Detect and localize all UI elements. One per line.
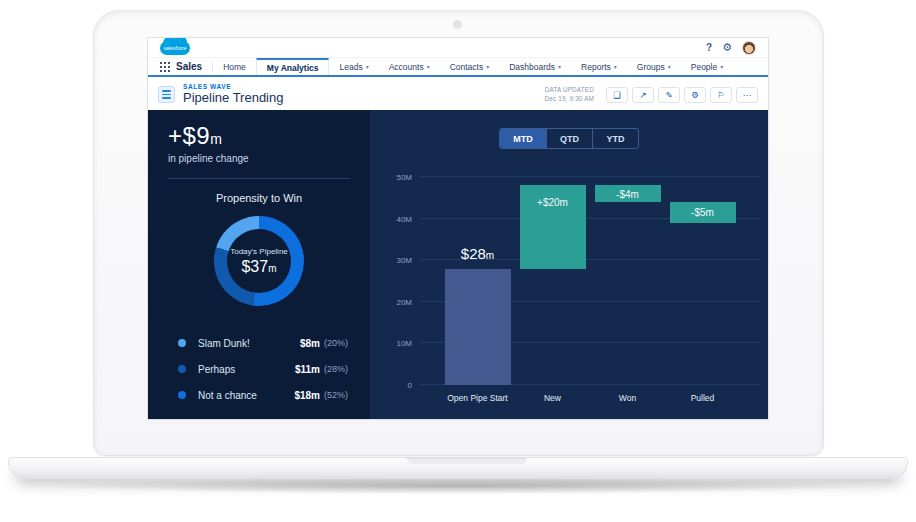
tab-label: Contacts bbox=[450, 62, 484, 72]
tab-reports[interactable]: Reports▾ bbox=[571, 58, 627, 75]
summary-panel: +$9m in pipeline change Propensity to Wi… bbox=[148, 110, 370, 419]
bar-value-label: +$20m bbox=[520, 197, 586, 208]
chart-panel: MTDQTDYTD $28m+$20m-$4m-$5m 010M20M30M40… bbox=[370, 110, 768, 419]
tab-contacts[interactable]: Contacts▾ bbox=[440, 58, 500, 75]
nav-tabs: HomeMy AnalyticsLeads▾Accounts▾Contacts▾… bbox=[213, 58, 733, 75]
chevron-down-icon: ▾ bbox=[366, 63, 369, 70]
legend-item-slam-dunk-[interactable]: Slam Dunk!$8m(20%) bbox=[178, 330, 348, 356]
legend-label: Slam Dunk! bbox=[198, 338, 300, 349]
app-name[interactable]: Sales bbox=[176, 61, 213, 72]
legend-percent: (52%) bbox=[324, 390, 348, 400]
tab-my-analytics[interactable]: My Analytics bbox=[256, 58, 330, 75]
nav-bar: Sales HomeMy AnalyticsLeads▾Accounts▾Con… bbox=[148, 58, 768, 77]
chart-x-axis: Open Pipe StartNewWonPulled bbox=[440, 393, 740, 403]
app-launcher-icon[interactable] bbox=[160, 62, 170, 72]
kpi-value: +$9 bbox=[168, 122, 210, 149]
toggle-ytd[interactable]: YTD bbox=[592, 129, 638, 148]
tab-label: Leads bbox=[339, 62, 362, 72]
bar-value-label: $28m bbox=[445, 245, 511, 262]
legend-percent: (28%) bbox=[324, 364, 348, 374]
edit-button[interactable]: ✎ bbox=[658, 87, 680, 103]
tab-label: Reports bbox=[581, 62, 611, 72]
legend-dot-icon bbox=[178, 339, 186, 347]
divider bbox=[168, 178, 350, 179]
title-block: SALES WAVE Pipeline Trending bbox=[183, 83, 283, 105]
y-tick-label: 50M bbox=[396, 173, 412, 182]
x-tick-new: New bbox=[515, 393, 590, 403]
salesforce-logo-text: salesforce bbox=[160, 45, 190, 51]
chart-bars: $28m+$20m-$4m-$5m bbox=[440, 177, 740, 385]
settings-button[interactable]: ⚙ bbox=[684, 87, 706, 103]
bar-won[interactable]: -$4m bbox=[595, 185, 661, 202]
chevron-down-icon: ▾ bbox=[614, 63, 617, 70]
notify-button[interactable]: ⚐ bbox=[710, 87, 732, 103]
tab-accounts[interactable]: Accounts▾ bbox=[379, 58, 440, 75]
laptop-base-notch bbox=[407, 458, 527, 464]
donut-center: Today's Pipeline $37m bbox=[227, 229, 291, 293]
chevron-down-icon: ▾ bbox=[427, 63, 430, 70]
bar-value-label: -$4m bbox=[595, 188, 661, 199]
legend-label: Perhaps bbox=[198, 364, 295, 375]
tab-people[interactable]: People▾ bbox=[681, 58, 733, 75]
y-tick-label: 0 bbox=[408, 381, 412, 390]
legend-dot-icon bbox=[178, 365, 186, 373]
page-title: Pipeline Trending bbox=[183, 91, 283, 106]
data-updated-time: Dec 19, 9:30 AM bbox=[544, 95, 594, 104]
bar-pulled[interactable]: -$5m bbox=[670, 202, 736, 223]
toggle-mtd[interactable]: MTD bbox=[500, 129, 546, 148]
tab-home[interactable]: Home bbox=[213, 58, 256, 75]
global-header: salesforce ? ⚙ bbox=[148, 38, 768, 58]
propensity-donut-chart[interactable]: Today's Pipeline $37m bbox=[214, 216, 304, 306]
legend-item-not-a-chance[interactable]: Not a chance$18m(52%) bbox=[178, 382, 348, 408]
y-tick-label: 30M bbox=[396, 256, 412, 265]
tab-groups[interactable]: Groups▾ bbox=[627, 58, 681, 75]
legend-dot-icon bbox=[178, 391, 186, 399]
app-window: salesforce ? ⚙ Sales HomeMy AnalyticsLea… bbox=[148, 38, 768, 419]
dashboard-header: SALES WAVE Pipeline Trending DATA UPDATE… bbox=[148, 79, 768, 110]
chevron-down-icon: ▾ bbox=[720, 63, 723, 70]
x-tick-won: Won bbox=[590, 393, 665, 403]
donut-legend: Slam Dunk!$8m(20%)Perhaps$11m(28%)Not a … bbox=[178, 330, 348, 408]
legend-amount: $8m bbox=[300, 338, 320, 349]
donut-chart-title: Propensity to Win bbox=[148, 192, 370, 204]
bar-value-unit: m bbox=[486, 250, 494, 261]
tab-dashboards[interactable]: Dashboards▾ bbox=[499, 58, 571, 75]
tab-label: Home bbox=[223, 62, 246, 72]
legend-label: Not a chance bbox=[198, 390, 294, 401]
laptop-base bbox=[8, 457, 908, 479]
x-tick-open-pipe-start: Open Pipe Start bbox=[440, 393, 515, 403]
tab-label: Accounts bbox=[389, 62, 424, 72]
laptop-shadow bbox=[40, 478, 876, 494]
waterfall-chart: $28m+$20m-$4m-$5m 010M20M30M40M50M bbox=[420, 177, 760, 385]
tab-label: People bbox=[691, 62, 717, 72]
period-toggle: MTDQTDYTD bbox=[499, 128, 639, 149]
legend-amount: $18m bbox=[294, 390, 320, 401]
bar-value-label: -$5m bbox=[670, 207, 736, 218]
data-updated-label: DATA UPDATED bbox=[544, 86, 594, 95]
user-avatar[interactable] bbox=[742, 41, 756, 55]
more-button[interactable]: ⋯ bbox=[736, 87, 758, 103]
page: salesforce ? ⚙ Sales HomeMy AnalyticsLea… bbox=[0, 0, 916, 522]
bar-new[interactable]: +$20m bbox=[520, 185, 586, 268]
share-button[interactable]: ↗ bbox=[632, 87, 654, 103]
hamburger-menu-icon[interactable] bbox=[158, 86, 175, 103]
y-tick-label: 40M bbox=[396, 214, 412, 223]
toggle-qtd[interactable]: QTD bbox=[546, 129, 592, 148]
notebook-button[interactable]: ❑ bbox=[606, 87, 628, 103]
kpi-caption: in pipeline change bbox=[168, 153, 249, 164]
tab-label: Dashboards bbox=[509, 62, 555, 72]
help-icon[interactable]: ? bbox=[706, 42, 712, 53]
tab-leads[interactable]: Leads▾ bbox=[329, 58, 378, 75]
toolbar: ❑↗✎⚙⚐⋯ bbox=[606, 87, 758, 103]
chevron-down-icon: ▾ bbox=[558, 63, 561, 70]
tab-label: My Analytics bbox=[267, 63, 319, 73]
data-updated: DATA UPDATED Dec 19, 9:30 AM bbox=[544, 86, 594, 103]
legend-amount: $11m bbox=[295, 364, 320, 375]
salesforce-logo[interactable]: salesforce bbox=[160, 41, 190, 55]
dashboard-body: +$9m in pipeline change Propensity to Wi… bbox=[148, 110, 768, 419]
gear-icon[interactable]: ⚙ bbox=[722, 41, 732, 54]
legend-item-perhaps[interactable]: Perhaps$11m(28%) bbox=[178, 356, 348, 382]
tab-label: Groups bbox=[637, 62, 665, 72]
legend-percent: (20%) bbox=[324, 338, 348, 348]
bar-open-pipe-start[interactable] bbox=[445, 269, 511, 385]
